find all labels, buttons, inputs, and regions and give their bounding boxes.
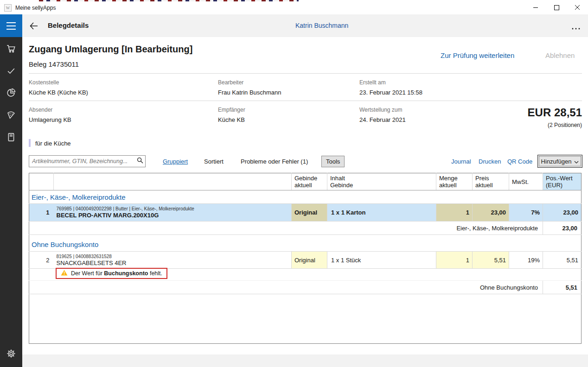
forward-for-review-link[interactable]: Zur Prüfung weiterleiten bbox=[441, 51, 514, 59]
tools-button[interactable]: Tools bbox=[321, 156, 345, 167]
maximize-button[interactable] bbox=[546, 1, 567, 14]
inhalt-cell: 1 x 1 Karton bbox=[327, 204, 436, 221]
article-meta: 769985 | 04000492002298 | Butter | Eier-… bbox=[57, 206, 289, 212]
search-input[interactable] bbox=[29, 156, 135, 166]
book-icon bbox=[6, 135, 16, 143]
app-title: Meine sellyApps bbox=[15, 5, 56, 11]
field-value-erstellt-am: 23. Februar 2021 15:58 bbox=[359, 89, 422, 96]
grouped-toggle[interactable]: Gruppiert bbox=[163, 158, 188, 165]
close-button[interactable] bbox=[567, 1, 588, 14]
article-search-box bbox=[29, 155, 146, 167]
warning-text: Der Wert für Buchungskonto fehlt. bbox=[71, 270, 162, 277]
menge-cell[interactable]: 1 bbox=[436, 252, 473, 269]
subtotal-label: Eier-, Käse-, Molkereiprodukte bbox=[29, 221, 543, 235]
minimize-button[interactable] bbox=[525, 1, 546, 14]
print-link[interactable]: Drucken bbox=[479, 158, 501, 165]
menge-cell[interactable]: 1 bbox=[436, 204, 473, 221]
maximize-icon bbox=[554, 4, 559, 12]
sidebar-item-catalog[interactable] bbox=[6, 133, 16, 142]
shopping-cart-icon bbox=[6, 47, 16, 55]
spacer-row bbox=[29, 235, 582, 238]
page-title: Belegdetails bbox=[48, 21, 89, 29]
col-header-article bbox=[54, 173, 292, 190]
document-total: EUR 28,51 bbox=[443, 106, 582, 119]
sidebar-nav bbox=[0, 37, 22, 367]
group-subtotal-row: Ohne Buchungskonto 5,51 bbox=[29, 281, 582, 294]
mwst-cell: 19% bbox=[509, 252, 543, 269]
group-name: Eier-, Käse-, Molkereiprodukte bbox=[29, 190, 582, 204]
bottom-bar bbox=[22, 354, 588, 367]
position-count: (2 Positionen) bbox=[443, 122, 582, 128]
more-button[interactable] bbox=[571, 24, 581, 32]
sidebar-item-reports[interactable] bbox=[6, 88, 16, 97]
window-caption-buttons bbox=[525, 1, 588, 14]
search-button[interactable] bbox=[135, 157, 145, 165]
add-button[interactable]: Hinzufügen bbox=[537, 155, 582, 168]
close-icon bbox=[575, 4, 580, 12]
preis-cell[interactable]: 23,00 bbox=[473, 204, 509, 221]
group-subtotal-row: Eier-, Käse-, Molkereiprodukte 23,00 bbox=[29, 221, 582, 235]
article-name: SNACKGABELSETS 4ER bbox=[57, 259, 289, 267]
field-value-empfaenger: Küche KB bbox=[218, 116, 245, 123]
table-header-row: Gebinde aktuell Inhalt Gebinde Menge akt… bbox=[29, 173, 582, 190]
hamburger-icon bbox=[6, 22, 16, 23]
subtotal-value: 23,00 bbox=[543, 221, 582, 235]
pizza-slice-icon bbox=[6, 113, 16, 121]
field-label-bearbeiter: Bearbeiter bbox=[218, 79, 243, 86]
subtotal-value: 5,51 bbox=[543, 281, 582, 294]
field-value-absender: Umlagerung KB bbox=[29, 116, 71, 123]
field-value-wertstellung: 24. Februar 2021 bbox=[359, 116, 406, 123]
chevron-down-icon bbox=[574, 158, 579, 165]
back-button[interactable] bbox=[29, 21, 39, 31]
positions-table: Gebinde aktuell Inhalt Gebinde Menge akt… bbox=[29, 173, 582, 344]
app-header-bar: Belegdetails Katrin Buschmann bbox=[0, 14, 588, 37]
header-user-name[interactable]: Katrin Buschmann bbox=[295, 22, 348, 29]
preis-cell[interactable]: 5,51 bbox=[473, 252, 509, 269]
subtotal-label: Ohne Buchungskonto bbox=[29, 281, 543, 294]
article-cell: 819625 | 04008832631528 SNACKGABELSETS 4… bbox=[54, 252, 292, 269]
back-arrow-icon bbox=[29, 25, 39, 32]
article-cell: 769985 | 04000492002298 | Butter | Eier-… bbox=[54, 204, 292, 221]
poswert-cell: 5,51 bbox=[543, 252, 582, 269]
minimize-icon bbox=[533, 4, 538, 12]
warning-row: Der Wert für Buchungskonto fehlt. bbox=[29, 269, 582, 281]
settings-gear-icon bbox=[6, 352, 16, 360]
pie-chart-icon bbox=[6, 91, 16, 99]
gebinde-cell[interactable]: Original bbox=[292, 204, 327, 221]
document-note: für die Küche bbox=[35, 140, 71, 147]
field-value-bearbeiter: Frau Katrin Buschmann bbox=[218, 89, 281, 96]
col-header-gebinde: Gebinde aktuell bbox=[292, 173, 327, 190]
table-row[interactable]: 2 819625 | 04008832631528 SNACKGABELSETS… bbox=[29, 252, 582, 269]
field-label-empfaenger: Empfänger bbox=[218, 107, 245, 113]
hamburger-menu-button[interactable] bbox=[0, 14, 22, 37]
field-label-absender: Absender bbox=[29, 107, 52, 113]
gebinde-cell[interactable]: Original bbox=[292, 252, 327, 269]
article-meta: 819625 | 04008832631528 bbox=[57, 254, 289, 259]
sidebar-item-cart[interactable] bbox=[6, 44, 16, 53]
reject-link[interactable]: Ablehnen bbox=[545, 51, 575, 59]
search-magnifier-icon bbox=[137, 157, 143, 165]
warning-triangle-icon bbox=[61, 270, 68, 277]
journal-link[interactable]: Journal bbox=[451, 158, 471, 165]
mwst-cell: 7% bbox=[509, 204, 543, 221]
document-number: Beleg 14735011 bbox=[29, 60, 79, 68]
poswert-cell: 23,00 bbox=[543, 204, 582, 221]
problems-filter[interactable]: Probleme oder Fehler (1) bbox=[241, 158, 308, 165]
col-header-inhalt: Inhalt Gebinde bbox=[327, 173, 436, 190]
group-name: Ohne Buchungskonto bbox=[29, 238, 582, 252]
inhalt-cell: 1 x 1 Stück bbox=[327, 252, 436, 269]
sidebar-item-recipes[interactable] bbox=[6, 110, 16, 120]
sidebar-item-approvals[interactable] bbox=[6, 66, 16, 76]
note-accent-bar bbox=[29, 139, 31, 147]
checkmark-icon bbox=[6, 69, 16, 77]
table-row[interactable]: 1 769985 | 04000492002298 | Butter | Eie… bbox=[29, 204, 582, 221]
qr-code-link[interactable]: QR Code bbox=[507, 158, 532, 165]
table-empty-area bbox=[29, 294, 582, 344]
col-header-empty bbox=[29, 173, 54, 190]
group-header-row: Ohne Buchungskonto bbox=[29, 238, 582, 252]
divider bbox=[29, 73, 582, 74]
sidebar-item-settings[interactable] bbox=[6, 349, 16, 358]
more-ellipsis-icon bbox=[571, 24, 581, 32]
col-header-mwst: MwSt. bbox=[509, 173, 543, 190]
sorted-toggle[interactable]: Sortiert bbox=[204, 158, 224, 165]
